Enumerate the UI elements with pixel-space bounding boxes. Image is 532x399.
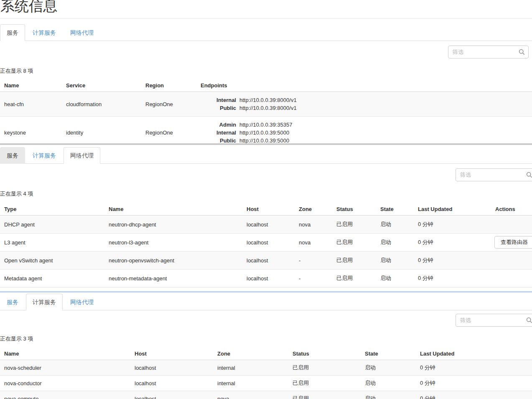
cell-host: localhost [242,269,295,287]
endpoint-label: Internal [201,129,236,137]
search-icon[interactable] [519,49,525,55]
tab-item: 计算服务 [26,294,63,310]
table-header-row: TypeNameHostZoneStatusStateLast UpdatedA… [0,203,532,216]
cell-host: localhost [242,216,295,234]
endpoint-line: Publichttp://10.0.0.39:8000/v1 [201,104,528,112]
filter-input[interactable] [456,314,532,327]
column-header: Endpoints [196,79,532,92]
cell-state: 启动 [376,216,414,234]
filter-row [0,168,532,181]
endpoint-url: http://10.0.0.39:5000 [239,130,289,136]
filter-row [0,46,532,58]
cell-zone: nova [295,216,332,234]
cell-service: cloudformation [62,92,141,117]
cell-host: localhost [130,376,213,391]
endpoint-url: http://10.0.0.39:8000/v1 [239,105,297,111]
cell-name: neutron-l3-agent [104,234,242,252]
cell-status: 已启用 [288,391,361,399]
cell-name: neutron-dhcp-agent [104,216,242,234]
search-icon[interactable] [526,172,532,178]
cell-action [491,252,532,269]
tab-服务[interactable]: 服务 [0,24,25,41]
endpoint-url: http://10.0.0.39:8000/v1 [239,97,297,103]
cell-status: 已启用 [332,269,376,287]
tab-item: 服务 [0,24,25,41]
cell-status: 已启用 [332,216,376,234]
filter-input[interactable] [448,46,529,58]
cell-status: 已启用 [288,360,361,376]
cell-endpoints: Internalhttp://10.0.0.39:8000/v1Publicht… [196,92,532,117]
cell-name: nova-scheduler [0,360,130,376]
view-routers-button[interactable]: 查看路由器 [494,236,532,249]
cell-zone: - [295,269,332,287]
cell-type: Metadata agent [0,269,104,287]
cell-state: 启动 [361,360,416,376]
filter-box [456,168,532,181]
table-row: nova-computelocalhostnova已启用启动0 分钟 [0,391,532,399]
compute-services-panel: 服务计算服务网络代理 正在显示 3 项 NameHostZoneStatusSt… [0,292,532,399]
column-header: Zone [213,348,288,360]
endpoint-label: Public [201,137,236,143]
cell-name: neutron-openvswitch-agent [104,252,242,269]
cell-zone: internal [213,376,288,391]
column-header: Actions [491,203,532,216]
cell-name: heat-cfn [0,92,62,117]
tab-bar: 服务计算服务网络代理 [0,24,532,41]
tab-计算服务[interactable]: 计算服务 [26,294,63,310]
tab-item: 网络代理 [64,147,100,164]
page-header: 系统信息 [0,0,532,19]
cell-zone: - [295,252,332,269]
cell-endpoints: Adminhttp://10.0.0.39:35357Internalhttp:… [196,117,532,144]
endpoint-label: Public [201,104,236,112]
endpoint-line: Publichttp://10.0.0.39:5000 [201,137,528,143]
column-header: Host [242,203,295,216]
tab-计算服务[interactable]: 计算服务 [26,147,63,164]
cell-status: 已启用 [332,252,376,269]
tab-计算服务[interactable]: 计算服务 [26,24,63,41]
services-panel: 系统信息 服务计算服务网络代理 正在显示 8 项 NameServiceRegi… [0,0,532,143]
column-header: Type [0,203,104,216]
tab-网络代理[interactable]: 网络代理 [64,294,100,310]
cell-state: 启动 [376,252,414,269]
cell-last_updated: 0 分钟 [414,269,491,287]
cell-action: 查看路由器 [491,234,532,252]
cell-state: 启动 [376,234,414,252]
tab-网络代理[interactable]: 网络代理 [64,147,100,164]
cell-state: 启动 [376,269,414,287]
table-row: DHCP agentneutron-dhcp-agentlocalhostnov… [0,216,532,234]
column-header: Name [104,203,242,216]
filter-input[interactable] [456,168,532,181]
tab-item: 计算服务 [26,147,63,164]
search-icon[interactable] [526,317,532,323]
column-header: Name [0,79,62,92]
tab-bar: 服务计算服务网络代理 [0,147,532,164]
cell-region: RegionOne [141,92,196,117]
table-row: L3 agentneutron-l3-agentlocalhostnova已启用… [0,234,532,252]
endpoint-label: Internal [201,96,236,104]
filter-row [0,314,532,327]
cell-type: Open vSwitch agent [0,252,104,269]
tab-item: 网络代理 [64,294,100,310]
cell-service: identity [62,117,141,144]
tab-服务[interactable]: 服务 [0,294,25,310]
cell-action [491,269,532,287]
cell-type: L3 agent [0,234,104,252]
cell-host: localhost [242,234,295,252]
column-header: State [376,203,414,216]
filter-box [448,46,529,58]
column-header: Last Updated [414,203,491,216]
cell-last_updated: 0 分钟 [416,376,532,391]
services-table: NameServiceRegionEndpoints heat-cfncloud… [0,79,532,143]
cell-region: RegionOne [141,117,196,144]
column-header: Region [141,79,196,92]
cell-last_updated: 0 分钟 [416,391,532,399]
column-header: Name [0,348,130,360]
tab-网络代理[interactable]: 网络代理 [64,24,100,41]
cell-type: DHCP agent [0,216,104,234]
table-row: nova-schedulerlocalhostinternal已启用启动0 分钟 [0,360,532,376]
network-agents-panel: 服务计算服务网络代理 正在显示 4 项 TypeNameHostZoneStat… [0,145,532,291]
tab-服务[interactable]: 服务 [0,147,25,164]
column-header: Status [332,203,376,216]
cell-last_updated: 0 分钟 [414,252,491,269]
column-header: State [361,348,416,360]
